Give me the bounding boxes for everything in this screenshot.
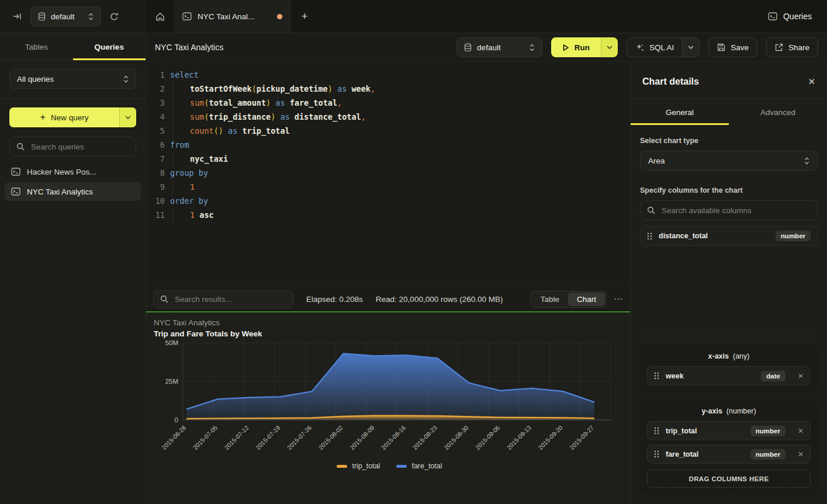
updown-chevron-icon [530, 44, 535, 51]
code-line[interactable]: 3sum(total_amount) as fare_total, [146, 96, 630, 110]
svg-text:2015-07-05: 2015-07-05 [192, 424, 219, 451]
code-text: order by [165, 194, 208, 208]
code-line[interactable]: 2toStartOfWeek(pickup_datetime) as week, [146, 82, 630, 96]
code-text: count() as trip_total [165, 124, 290, 138]
queries-filter-select[interactable]: All queries [9, 69, 136, 89]
view-toggle-chart[interactable]: Chart [568, 293, 605, 306]
drag-columns-drop-zone[interactable]: DRAG COLUMNS HERE [647, 470, 811, 488]
column-name: fare_total [666, 450, 698, 458]
drag-handle-icon[interactable] [654, 372, 659, 380]
search-queries-input[interactable] [30, 142, 129, 152]
play-icon [562, 44, 569, 51]
y-axis-hint: (number) [726, 407, 756, 415]
refresh-icon[interactable] [110, 12, 119, 21]
elapsed-stat: Elapsed: 0.208s [306, 295, 363, 304]
search-results-input[interactable] [174, 294, 286, 304]
remove-column-icon[interactable]: ✕ [798, 450, 804, 458]
sidebar-search[interactable] [9, 137, 136, 157]
y-axis-title: y-axis [701, 407, 722, 415]
svg-text:2015-08-23: 2015-08-23 [411, 424, 438, 451]
code-line[interactable]: 4sum(trip_distance) as distance_total, [146, 110, 630, 124]
queries-top-button[interactable]: Queries [753, 0, 827, 33]
view-toggle-table[interactable]: Table [532, 293, 568, 306]
x-axis-hint: (any) [733, 352, 749, 360]
tab-tables[interactable]: Tables [0, 33, 73, 60]
line-number: 5 [146, 124, 165, 138]
legend-label: fare_total [411, 462, 442, 470]
drag-handle-icon[interactable] [654, 450, 659, 458]
chart-details-body: Select chart type Area Specify columns f… [631, 125, 827, 504]
drag-handle-icon[interactable] [654, 427, 659, 435]
share-button[interactable]: Share [766, 37, 818, 57]
x-axis-heading: x-axis(any) [647, 352, 811, 360]
code-line[interactable]: 10order by [146, 194, 630, 208]
panel-divider [640, 336, 818, 336]
code-line[interactable]: 6from [146, 138, 630, 152]
columns-label: Specify columns for the chart [640, 186, 818, 194]
database-selector[interactable]: default [30, 6, 101, 26]
column-row-trip_total[interactable]: trip_totalnumber✕ [647, 421, 811, 440]
code-line[interactable]: 1select [146, 68, 630, 82]
legend-label: trip_total [352, 462, 380, 470]
remove-column-icon[interactable]: ✕ [798, 427, 804, 435]
column-row-fare_total[interactable]: fare_totalnumber✕ [647, 444, 811, 464]
sql-ai-dropdown[interactable] [682, 38, 699, 57]
updown-chevron-icon [804, 157, 809, 165]
query-console-icon [11, 168, 20, 176]
drag-handle-icon[interactable] [647, 232, 652, 240]
search-columns-input[interactable] [660, 206, 811, 215]
sql-editor[interactable]: 1select2toStartOfWeek(pickup_datetime) a… [146, 62, 630, 286]
query-item-label: Hacker News Pos... [27, 168, 96, 176]
tab-advanced[interactable]: Advanced [729, 99, 827, 125]
more-options-icon[interactable]: ⋯ [614, 294, 623, 304]
query-title: NYC Taxi Analytics [155, 43, 223, 52]
tab-general[interactable]: General [631, 99, 729, 125]
run-button-main[interactable]: Run [551, 37, 601, 57]
results-search[interactable] [153, 290, 293, 308]
line-number: 8 [146, 166, 165, 180]
queries-icon [768, 12, 777, 20]
column-row-week[interactable]: weekdate✕ [647, 366, 811, 385]
chart-details-panel: Chart details ✕ General Advanced Select … [630, 62, 827, 504]
view-toggle: Table Chart [530, 291, 607, 308]
query-item-nyc-taxi[interactable]: NYC Taxi Analytics [5, 182, 141, 201]
code-text: from [165, 138, 189, 152]
remove-column-icon[interactable]: ✕ [798, 372, 804, 380]
run-dropdown[interactable] [601, 37, 618, 57]
code-line[interactable]: 7nyc_taxi [146, 152, 630, 166]
code-line[interactable]: 8group by [146, 166, 630, 180]
new-query-button[interactable]: + New query [9, 107, 136, 127]
save-button[interactable]: Save [708, 37, 757, 57]
new-query-dropdown[interactable] [119, 107, 136, 127]
new-query-main[interactable]: + New query [9, 107, 119, 127]
column-row-distance_total[interactable]: distance_totalnumber [640, 226, 818, 246]
collapse-sidebar-icon[interactable] [13, 12, 22, 20]
legend-item-trip_total[interactable]: trip_total [337, 462, 380, 470]
svg-text:2015-08-30: 2015-08-30 [442, 424, 470, 451]
code-line[interactable]: 91 [146, 180, 630, 194]
code-line[interactable]: 111 asc [146, 208, 630, 222]
sql-ai-button[interactable]: SQL AI [627, 37, 700, 57]
svg-text:2015-09-13: 2015-09-13 [506, 424, 533, 451]
query-item-hacker-news[interactable]: Hacker News Pos... [5, 162, 141, 181]
chart-subtitle: Trip and Fare Totals by Week [154, 329, 625, 338]
close-icon[interactable]: ✕ [808, 77, 815, 87]
query-header: NYC Taxi Analytics default Run [146, 33, 827, 62]
code-text: sum(trip_distance) as distance_total, [165, 110, 366, 124]
run-button[interactable]: Run [551, 37, 618, 57]
sql-ai-main[interactable]: SQL AI [627, 38, 682, 57]
chart-type-select[interactable]: Area [640, 151, 818, 171]
svg-text:2015-06-28: 2015-06-28 [160, 424, 188, 451]
run-database-selector[interactable]: default [456, 37, 542, 57]
home-button[interactable] [146, 0, 174, 33]
run-label: Run [575, 43, 590, 52]
code-line[interactable]: 5count() as trip_total [146, 124, 630, 138]
legend-item-fare_total[interactable]: fare_total [396, 462, 442, 470]
tab-nyc-taxi-analytics[interactable]: NYC Taxi Anal... [174, 0, 291, 33]
share-label: Share [788, 43, 809, 52]
svg-text:2015-07-26: 2015-07-26 [286, 424, 313, 451]
tab-queries[interactable]: Queries [73, 33, 146, 60]
sidebar-tabs: Tables Queries [0, 33, 146, 61]
new-tab-button[interactable]: + [291, 0, 318, 33]
columns-search[interactable] [640, 200, 818, 220]
